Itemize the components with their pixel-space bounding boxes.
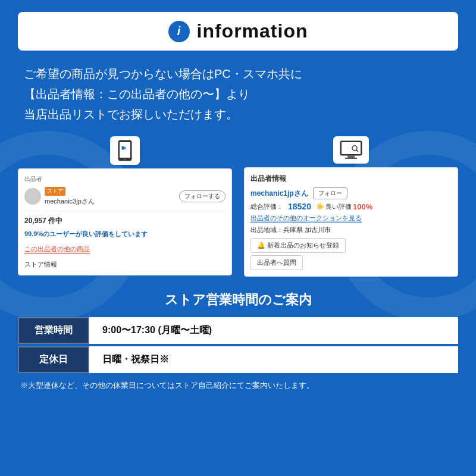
sun-icon: ☀️ <box>316 203 324 211</box>
desktop-seller-row: mechanic1jpさん フォロー <box>250 187 452 199</box>
hours-value-1: 9:00〜17:30 (月曜〜土曜) <box>89 317 458 344</box>
mobile-seller-info: ストア mechanic3jpさん <box>45 187 95 206</box>
hours-row-2: 定休日 日曜・祝祭日※ <box>18 346 458 373</box>
store-hours-table: 営業時間 9:00〜17:30 (月曜〜土曜) 定休日 日曜・祝祭日※ <box>18 317 458 373</box>
svg-rect-1 <box>120 142 130 158</box>
desktop-col: 出品者情報 mechanic1jpさん フォロー 総合評価： 18520 ☀️ … <box>244 136 458 277</box>
mobile-avatar <box>24 188 41 205</box>
mobile-count: 20,957 件中 <box>24 216 226 226</box>
phone-icon <box>110 136 140 165</box>
desktop-good-rating: ☀️ 良い評価 100% <box>316 202 372 211</box>
screenshots-row: 出品者 ストア mechanic3jpさん フォローする <box>18 136 458 277</box>
svg-rect-5 <box>342 142 361 154</box>
mobile-seller-name: mechanic3jpさん <box>45 197 95 206</box>
hours-row-1: 営業時間 9:00〜17:30 (月曜〜土曜) <box>18 317 458 344</box>
desktop-screenshot: 出品者情報 mechanic1jpさん フォロー 総合評価： 18520 ☀️ … <box>244 167 458 277</box>
mobile-screenshot: 出品者 ストア mechanic3jpさん フォローする <box>18 168 232 275</box>
svg-rect-7 <box>345 158 357 159</box>
desktop-seller-name: mechanic1jpさん <box>250 189 308 199</box>
desc-line2: 【出品者情報：この出品者の他の〜】より <box>24 84 452 104</box>
hours-value-2: 日曜・祝祭日※ <box>89 346 458 373</box>
desc-line3: 当店出品リストでお探しいただけます。 <box>24 104 452 124</box>
mobile-avatar-name: ストア mechanic3jpさん <box>24 187 95 206</box>
mobile-seller-link[interactable]: この出品者の他の商品 <box>24 245 90 254</box>
mobile-seller-section: ストア mechanic3jpさん フォローする <box>24 187 226 211</box>
hours-label-2: 定休日 <box>18 346 89 373</box>
desktop-follow-button[interactable]: フォロー <box>313 187 347 199</box>
desktop-good-percent: 100% <box>353 202 372 211</box>
page-title: information <box>197 20 308 42</box>
mobile-follow-button[interactable]: フォローする <box>179 190 226 202</box>
mobile-store-badge: ストア <box>45 187 65 196</box>
svg-rect-6 <box>347 155 355 158</box>
mobile-col: 出品者 ストア mechanic3jpさん フォローする <box>18 136 232 275</box>
info-icon: i <box>168 21 190 42</box>
mobile-store-info[interactable]: ストア情報 <box>24 260 226 269</box>
desktop-good-label: 良い評価 <box>325 202 352 211</box>
footer-note: ※大型連休など、その他の休業日についてはストア自己紹介にてご案内いたします。 <box>18 380 458 391</box>
desktop-total-label: 総合評価： <box>250 202 283 211</box>
desktop-total-value: 18520 <box>288 202 311 211</box>
store-hours-title: ストア営業時間のご案内 <box>18 291 458 309</box>
desktop-question-button[interactable]: 出品者へ質問 <box>250 255 303 270</box>
info-header: i information <box>18 12 458 51</box>
mobile-seller-row: ストア mechanic3jpさん フォローする <box>24 187 226 206</box>
desktop-notify-button[interactable]: 🔔 新着出品のお知らせ登録 <box>250 238 346 253</box>
desc-line1: ご希望の商品が見つからない場合はPC・スマホ共に <box>24 64 452 84</box>
pc-icon <box>333 136 369 164</box>
desktop-rating-row: 総合評価： 18520 ☀️ 良い評価 100% <box>250 202 452 211</box>
desktop-auction-link[interactable]: 出品者のその他のオークションを見る <box>250 214 362 223</box>
desktop-seller-title: 出品者情報 <box>250 174 452 184</box>
mobile-rating: 99.9%のユーザーが良い評価をしています <box>24 230 226 239</box>
desktop-location: 出品地域：兵庫県 加古川市 <box>250 226 452 234</box>
mobile-seller-label: 出品者 <box>24 175 226 183</box>
description-block: ご希望の商品が見つからない場合はPC・スマホ共に 【出品者情報：この出品者の他の… <box>18 64 458 124</box>
hours-label-1: 営業時間 <box>18 317 89 344</box>
svg-point-2 <box>124 159 126 161</box>
